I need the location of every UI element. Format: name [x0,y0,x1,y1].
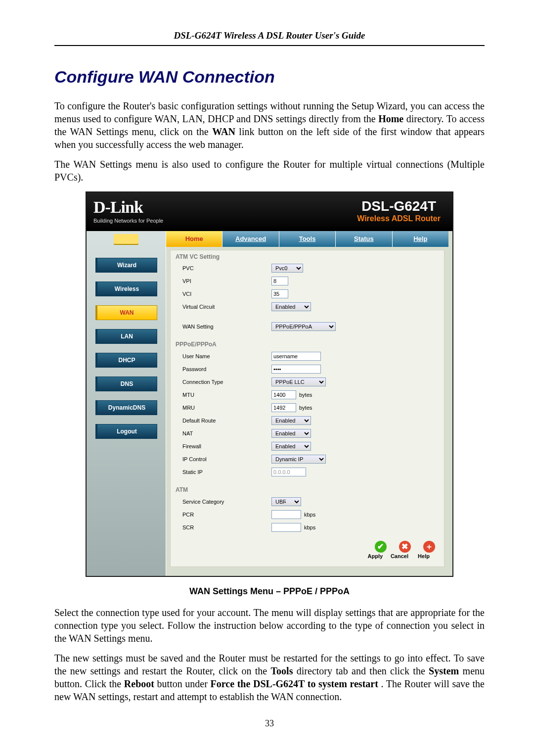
label-virtual-circuit: Virtual Circuit [171,303,271,310]
label-scr: SCR [171,524,271,531]
brand-logo: D-Link Building Networks for People [93,196,163,224]
label-pvc: PVC [171,265,271,272]
doc-header: DSL-G624T Wireless A DSL Router User's G… [54,30,485,42]
tab-status[interactable]: Status [335,231,392,247]
label-username: User Name [171,353,271,360]
input-mru[interactable] [271,403,296,412]
apply-icon[interactable]: ✔ [375,541,387,553]
label-mru: MRU [171,404,271,411]
tab-help[interactable]: Help [392,231,448,247]
sidebar-item-logout[interactable]: Logout [95,424,157,439]
unit-kbps-scr: kbps [301,524,315,531]
select-ip-control[interactable]: Dynamic IP [271,455,326,464]
sidebar-item-wireless[interactable]: Wireless [95,282,157,296]
input-mtu[interactable] [271,390,296,399]
sidebar-home-icon [87,231,166,249]
intro-paragraph-2: The WAN Settings menu is also used to co… [54,158,485,184]
select-wan-setting[interactable]: PPPoE/PPPoA [271,322,336,331]
input-vci[interactable] [271,289,288,298]
cancel-icon[interactable]: ✖ [399,541,411,553]
label-nat: NAT [171,430,271,437]
section-atm-vc: ATM VC Setting [171,252,444,262]
unit-bytes-mtu: bytes [296,391,312,398]
select-nat[interactable]: Enabled [271,429,311,438]
select-virtual-circuit[interactable]: Enabled [271,302,311,311]
help-button[interactable]: Help [412,553,435,560]
label-mtu: MTU [171,391,271,398]
input-username[interactable] [271,352,321,361]
label-vci: VCI [171,290,271,297]
input-static-ip[interactable] [271,468,306,476]
cancel-button[interactable]: Cancel [388,553,411,560]
tab-home[interactable]: Home [166,231,222,247]
header-rule [54,45,485,46]
select-firewall[interactable]: Enabled [271,442,311,451]
input-password[interactable] [271,365,321,374]
label-pcr: PCR [171,511,271,518]
section-atm: ATM [171,485,444,495]
select-service-category[interactable]: UBR [271,497,301,506]
select-default-route[interactable]: Enabled [271,416,311,425]
select-connection-type[interactable]: PPPoE LLC [271,378,326,386]
apply-button[interactable]: Apply [364,553,387,560]
label-vpi: VPI [171,278,271,284]
label-ip-control: IP Control [171,456,271,463]
label-default-route: Default Route [171,417,271,424]
intro-paragraph-1: To configure the Router's basic configur… [54,99,485,151]
page-number: 33 [54,718,485,729]
label-password: Password [171,366,271,373]
action-bar: ✔ ✖ ＋ Apply Cancel Help [171,534,444,560]
page-title: Configure WAN Connection [54,66,485,88]
help-icon[interactable]: ＋ [423,541,435,553]
select-pvc[interactable]: Pvc0 [271,264,303,273]
unit-kbps-pcr: kbps [301,511,315,518]
body-paragraph-3: Select the connection type used for your… [54,606,485,645]
label-connection-type: Connection Type [171,378,271,385]
sidebar-item-wizard[interactable]: Wizard [95,258,157,273]
tab-tools[interactable]: Tools [279,231,335,247]
input-scr[interactable] [271,523,301,532]
label-service-category: Service Category [171,498,271,505]
body-paragraph-4: The new settings must be saved and the R… [54,652,485,703]
section-pppoe: PPPoE/PPPoA [171,340,444,350]
sidebar-item-dhcp[interactable]: DHCP [95,353,157,368]
router-screenshot: D-Link Building Networks for People DSL-… [86,191,453,577]
label-wan-setting: WAN Setting [171,323,271,330]
sidebar-item-dns[interactable]: DNS [95,377,157,391]
label-static-ip: Static IP [171,469,271,475]
router-header: D-Link Building Networks for People DSL-… [87,192,452,231]
model-title: DSL-G624T Wireless ADSL Router [357,198,441,223]
figure-caption: WAN Settings Menu – PPPoE / PPPoA [54,586,485,597]
input-pcr[interactable] [271,510,301,519]
tab-bar: Home Advanced Tools Status Help [166,231,448,247]
sidebar-item-wan[interactable]: WAN [95,305,157,320]
unit-bytes-mru: bytes [296,404,312,411]
sidebar: Wizard Wireless WAN LAN DHCP DNS Dynamic… [87,231,166,576]
main-panel: Home Advanced Tools Status Help ATM VC S… [166,231,452,576]
input-vpi[interactable] [271,277,288,285]
label-firewall: Firewall [171,443,271,450]
sidebar-item-lan[interactable]: LAN [95,329,157,344]
sidebar-item-ddns[interactable]: DynamicDNS [95,400,157,415]
tab-advanced[interactable]: Advanced [222,231,278,247]
